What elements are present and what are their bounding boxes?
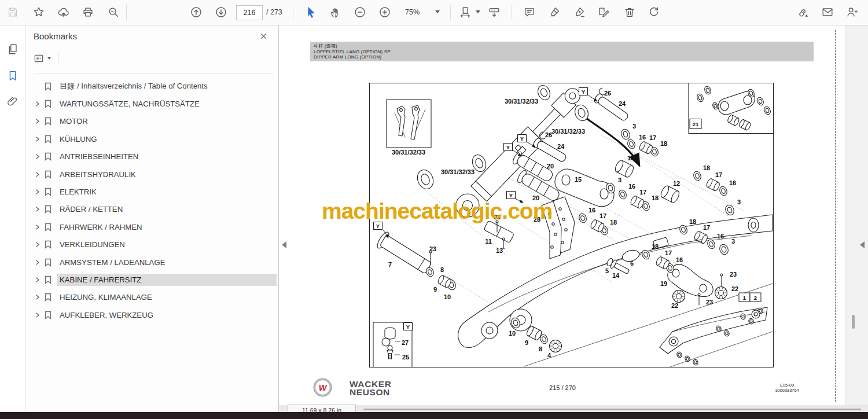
bookmarks-tab[interactable] bbox=[4, 67, 21, 84]
part-number-label: 30/31/32/33 bbox=[551, 128, 585, 135]
collapse-panel-arrow[interactable] bbox=[282, 241, 286, 248]
chevron-right-icon[interactable] bbox=[34, 312, 44, 318]
bookmark-label[interactable]: MOTOR bbox=[57, 115, 277, 127]
chevron-right-icon[interactable] bbox=[34, 259, 44, 266]
sign-button[interactable] bbox=[569, 2, 590, 23]
part-number-label: 20 bbox=[547, 163, 554, 170]
bookmark-label[interactable]: KABINE / FAHRERSITZ bbox=[57, 274, 277, 286]
chevron-right-icon[interactable] bbox=[34, 189, 44, 195]
bookmark-label[interactable]: AUFKLEBER, WERKZEUG bbox=[57, 309, 277, 321]
hide-toolbar-button[interactable] bbox=[484, 2, 505, 23]
bookmark-item[interactable]: KÜHLUNG bbox=[25, 130, 278, 148]
part-number-label: 17 bbox=[639, 189, 646, 196]
title-line-de: LÖFFELSTIEL LANG (OPTION) SP bbox=[314, 49, 814, 55]
part-number-label: 25 bbox=[402, 354, 409, 361]
bookmark-item[interactable]: ANTRIEBSEINHEITEN bbox=[25, 148, 278, 166]
person-plus-icon bbox=[845, 6, 858, 19]
page-fit-caret-icon[interactable] bbox=[476, 10, 480, 13]
bookmark-label[interactable]: KÜHLUNG bbox=[57, 133, 277, 145]
bookmark-item[interactable]: VERKLEIDUNGEN bbox=[25, 236, 278, 253]
part-number-label: 19 bbox=[660, 280, 667, 287]
part-number-label: 6 bbox=[630, 260, 634, 267]
fill-and-sign-button[interactable] bbox=[593, 2, 614, 23]
chevron-right-icon[interactable] bbox=[34, 153, 44, 160]
horizontal-scrollbar[interactable] bbox=[363, 409, 861, 410]
chevron-right-icon[interactable] bbox=[34, 171, 44, 178]
chevron-right-icon[interactable] bbox=[34, 294, 44, 300]
bookmark-item[interactable]: RÄDER / KETTEN bbox=[25, 201, 278, 218]
bookmark-item[interactable]: 目錄 / Inhaltsverzeichnis / Table of Conte… bbox=[25, 78, 278, 95]
share-link-button[interactable] bbox=[793, 2, 814, 23]
chevron-right-icon[interactable] bbox=[34, 277, 44, 283]
bookmark-icon bbox=[44, 240, 57, 249]
bookmark-label[interactable]: ANTRIEBSEINHEITEN bbox=[57, 150, 277, 163]
chevron-right-icon[interactable] bbox=[34, 101, 44, 107]
washer-ring-part bbox=[706, 238, 716, 249]
zoom-dropdown-caret-icon[interactable] bbox=[435, 10, 440, 13]
bookmark-label[interactable]: FAHRWERK / RAHMEN bbox=[57, 221, 277, 233]
chevron-right-icon[interactable] bbox=[34, 224, 44, 230]
boxed-ref-label-text: Y bbox=[406, 324, 410, 330]
chevron-right-icon[interactable] bbox=[34, 136, 44, 142]
bookmark-item[interactable]: ARMSYSTEM / LADEANLAGE bbox=[25, 253, 278, 271]
part-number-label: 30/31/32/33 bbox=[441, 168, 475, 175]
bookmark-label[interactable]: RÄDER / KETTEN bbox=[57, 203, 277, 215]
bookmark-item[interactable]: ELEKTRIK bbox=[25, 183, 278, 200]
zoom-level-value[interactable]: 75% bbox=[405, 8, 420, 16]
star-button[interactable] bbox=[28, 2, 49, 23]
part-number-label: 30/31/32/33 bbox=[392, 149, 425, 156]
boxed-ref-label-text: Y bbox=[582, 89, 586, 95]
ref-table-cell-text: 2 bbox=[754, 295, 757, 301]
highlight-button[interactable] bbox=[544, 2, 565, 23]
collapse-tools-arrow[interactable] bbox=[860, 241, 865, 248]
next-page-button[interactable] bbox=[211, 2, 231, 23]
vertical-scrollbar-thumb[interactable] bbox=[852, 315, 855, 329]
share-people-button[interactable] bbox=[841, 2, 862, 23]
bookmark-item[interactable]: AUFKLEBER, WERKZEUG bbox=[25, 306, 278, 324]
previous-page-button[interactable] bbox=[186, 2, 207, 23]
chevron-right-icon[interactable] bbox=[34, 118, 44, 124]
bookmark-item[interactable]: FAHRWERK / RAHMEN bbox=[25, 218, 278, 236]
attachments-tab[interactable] bbox=[4, 93, 21, 110]
page-number-input[interactable]: 216 bbox=[236, 5, 263, 20]
select-tool-button[interactable] bbox=[300, 2, 321, 23]
fill-sign-icon bbox=[597, 6, 610, 19]
chevron-right-icon[interactable] bbox=[34, 241, 44, 248]
svg-text:W: W bbox=[319, 383, 328, 392]
bookmark-item[interactable]: KABINE / FAHRERSITZ bbox=[25, 271, 278, 288]
rotate-button[interactable] bbox=[643, 2, 664, 23]
page-thumbnails-tab[interactable] bbox=[4, 41, 21, 58]
zoom-out-button[interactable] bbox=[350, 2, 370, 23]
bookmark-item[interactable]: WARTUNGSSÄTZE, NACHRÜSTSÄTZE bbox=[25, 95, 278, 112]
close-panel-button[interactable] bbox=[258, 31, 269, 43]
part-number-label: 23 bbox=[429, 245, 436, 252]
search-button[interactable] bbox=[103, 2, 124, 23]
hand-tool-button[interactable] bbox=[325, 2, 346, 23]
bookmark-label[interactable]: WARTUNGSSÄTZE, NACHRÜSTSÄTZE bbox=[57, 98, 277, 110]
email-button[interactable] bbox=[817, 2, 838, 23]
washer-ring-part bbox=[620, 128, 631, 141]
zoom-in-button[interactable] bbox=[374, 2, 395, 23]
bushing-part bbox=[705, 178, 720, 192]
save-icon bbox=[6, 6, 19, 19]
part-number-label: 4 bbox=[547, 352, 551, 359]
save-button[interactable] bbox=[2, 2, 23, 23]
upload-cloud-button[interactable] bbox=[53, 2, 74, 23]
bookmark-label[interactable]: HEIZUNG, KLIMAANLAGE bbox=[57, 291, 277, 303]
comment-button[interactable] bbox=[519, 2, 540, 23]
bookmark-label[interactable]: 目錄 / Inhaltsverzeichnis / Table of Conte… bbox=[57, 79, 277, 93]
bookmark-item[interactable]: MOTOR bbox=[25, 113, 278, 130]
bookmark-label[interactable]: ARBEITSHYDRAULIK bbox=[57, 168, 277, 181]
chevron-right-icon[interactable] bbox=[34, 206, 44, 212]
bookmark-options-button[interactable] bbox=[34, 53, 51, 64]
bookmark-label[interactable]: ELEKTRIK bbox=[57, 186, 277, 198]
page-fit-button[interactable] bbox=[455, 2, 476, 23]
bookmark-item[interactable]: HEIZUNG, KLIMAANLAGE bbox=[25, 289, 278, 306]
bookmark-icon bbox=[6, 69, 19, 82]
print-button[interactable] bbox=[78, 2, 98, 23]
bookmark-label[interactable]: VERKLEIDUNGEN bbox=[57, 238, 277, 251]
bookmark-item[interactable]: ARBEITSHYDRAULIK bbox=[25, 166, 278, 183]
delete-button[interactable] bbox=[619, 2, 640, 23]
part-number-label: 22 bbox=[731, 285, 738, 292]
bookmark-label[interactable]: ARMSYSTEM / LADEANLAGE bbox=[57, 256, 277, 269]
